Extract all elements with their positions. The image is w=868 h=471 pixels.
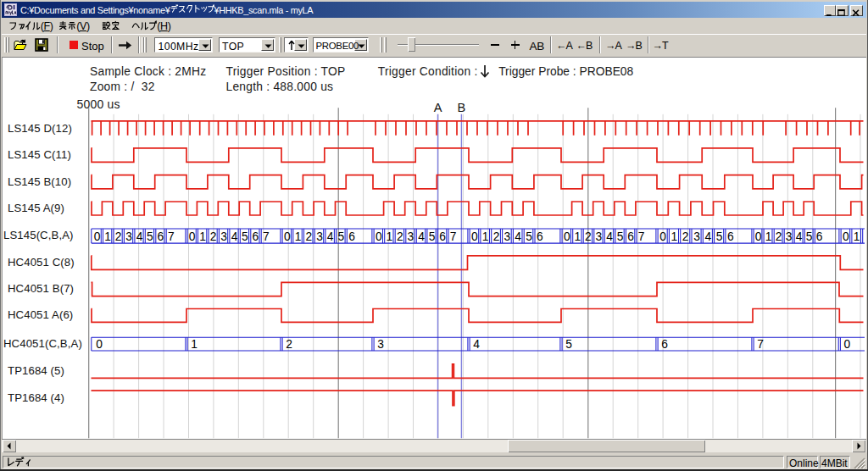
svg-text:1: 1	[482, 230, 489, 243]
svg-text:3: 3	[316, 230, 323, 243]
svg-text:2: 2	[776, 230, 782, 243]
svg-text:4: 4	[327, 230, 334, 243]
svg-text:2: 2	[115, 230, 122, 243]
svg-text:3: 3	[504, 230, 511, 243]
svg-text:3: 3	[125, 230, 132, 243]
svg-text:B: B	[458, 101, 466, 114]
svg-text:6: 6	[661, 338, 668, 351]
svg-text:4: 4	[606, 230, 613, 243]
svg-text:1: 1	[574, 230, 581, 243]
svg-text:A: A	[434, 101, 442, 114]
svg-text:7: 7	[757, 338, 764, 351]
svg-text:7: 7	[638, 230, 645, 243]
svg-text:5: 5	[526, 230, 532, 243]
svg-text:1: 1	[765, 230, 772, 243]
svg-text:3: 3	[377, 338, 384, 351]
svg-text:6: 6	[816, 230, 823, 243]
svg-text:5: 5	[806, 230, 813, 243]
svg-text:4: 4	[796, 230, 803, 243]
svg-text:7: 7	[450, 230, 457, 243]
svg-text:3: 3	[596, 230, 603, 243]
svg-text:6: 6	[253, 230, 259, 243]
svg-text:1: 1	[199, 230, 206, 243]
svg-text:0: 0	[94, 230, 101, 243]
svg-text:0: 0	[755, 230, 762, 243]
svg-text:5: 5	[565, 338, 572, 351]
svg-text:0: 0	[471, 230, 478, 243]
svg-text:5: 5	[716, 230, 723, 243]
svg-text:7: 7	[263, 230, 270, 243]
svg-text:4: 4	[515, 230, 521, 243]
svg-text:0: 0	[189, 230, 196, 243]
svg-text:0: 0	[659, 230, 666, 243]
svg-text:5: 5	[429, 230, 436, 243]
svg-text:5: 5	[617, 230, 624, 243]
svg-text:4: 4	[136, 230, 143, 243]
svg-text:5: 5	[338, 230, 345, 243]
svg-text:4: 4	[473, 338, 480, 351]
svg-text:0: 0	[843, 230, 849, 243]
svg-text:1: 1	[295, 230, 302, 243]
svg-text:3: 3	[693, 230, 700, 243]
svg-text:1: 1	[104, 230, 111, 243]
svg-text:3: 3	[220, 230, 227, 243]
svg-text:1: 1	[191, 338, 198, 351]
svg-text:5: 5	[242, 230, 248, 243]
svg-text:4: 4	[231, 230, 238, 243]
svg-text:4: 4	[418, 230, 425, 243]
svg-text:3: 3	[786, 230, 793, 243]
svg-text:0: 0	[284, 230, 291, 243]
svg-text:2: 2	[682, 230, 689, 243]
svg-text:0: 0	[96, 338, 103, 351]
svg-text:4: 4	[704, 230, 711, 243]
svg-text:6: 6	[439, 230, 446, 243]
svg-text:0: 0	[376, 230, 382, 243]
svg-text:0: 0	[564, 230, 570, 243]
svg-text:2: 2	[286, 338, 292, 351]
svg-text:3: 3	[408, 230, 415, 243]
svg-text:6: 6	[348, 230, 355, 243]
svg-text:5: 5	[147, 230, 153, 243]
svg-text:6: 6	[727, 230, 734, 243]
svg-text:6: 6	[537, 230, 543, 243]
svg-text:7: 7	[168, 230, 175, 243]
svg-text:1: 1	[386, 230, 392, 243]
svg-text:2: 2	[210, 230, 217, 243]
svg-text:1: 1	[671, 230, 678, 243]
svg-text:6: 6	[627, 230, 634, 243]
svg-text:2: 2	[397, 230, 403, 243]
svg-text:2: 2	[305, 230, 312, 243]
svg-text:2: 2	[493, 230, 500, 243]
svg-text:0: 0	[843, 338, 850, 351]
svg-text:6: 6	[158, 230, 164, 243]
svg-text:1: 1	[854, 230, 860, 243]
svg-text:2: 2	[585, 230, 592, 243]
